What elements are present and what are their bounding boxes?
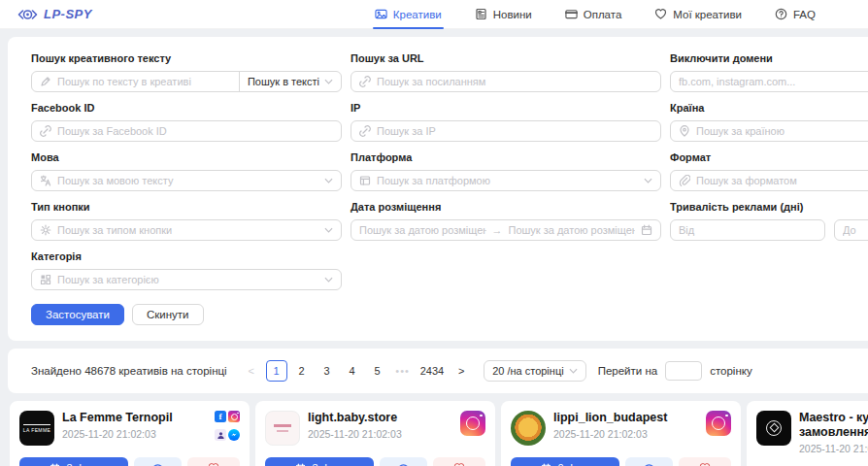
page-size-select[interactable]: 20 /на сторінці bbox=[484, 360, 586, 382]
filter-duration: Тривалість реклами (дні) bbox=[670, 201, 868, 241]
field-label: Facebook ID bbox=[31, 102, 342, 115]
calendar-icon bbox=[641, 224, 652, 236]
ip-input[interactable] bbox=[377, 125, 652, 137]
arrow-right-icon: → bbox=[492, 224, 503, 236]
field-label: Пошук за URL bbox=[351, 52, 661, 65]
chevron-down-icon bbox=[569, 368, 578, 374]
platform-select[interactable] bbox=[351, 170, 661, 191]
duration-to-input[interactable] bbox=[843, 224, 868, 236]
days-button[interactable]: 3 days bbox=[265, 457, 374, 466]
heart-icon bbox=[208, 462, 219, 466]
country-input[interactable] bbox=[696, 125, 868, 137]
calendar-icon bbox=[50, 463, 60, 466]
page-button-last[interactable]: 2434 bbox=[417, 360, 447, 382]
goto-prefix: Перейти на bbox=[598, 365, 658, 377]
days-button[interactable]: 0 days bbox=[511, 457, 619, 466]
creative-card: Maestro - кухні, меблі на замовлення в У… bbox=[747, 401, 868, 466]
field-label: Платформа bbox=[351, 151, 661, 164]
nav-creatives[interactable]: Креативи bbox=[375, 0, 442, 29]
days-label: 3 days bbox=[312, 462, 343, 466]
page-button-3[interactable]: 3 bbox=[317, 360, 338, 382]
button-type-select[interactable] bbox=[31, 219, 342, 241]
date-range-picker[interactable]: → bbox=[351, 219, 661, 241]
field-label: Виключити домени bbox=[670, 52, 868, 65]
language-select[interactable] bbox=[31, 170, 342, 191]
platform-input[interactable] bbox=[377, 175, 638, 186]
favorite-button[interactable] bbox=[187, 457, 240, 466]
days-button[interactable]: 3 days bbox=[19, 457, 128, 466]
eye-icon bbox=[151, 462, 164, 466]
card-title[interactable]: lippi_lion_budapest bbox=[553, 411, 698, 425]
calendar-icon bbox=[541, 463, 551, 466]
favorite-button[interactable] bbox=[433, 457, 485, 466]
heart-icon bbox=[654, 8, 667, 20]
eye-icon bbox=[643, 462, 655, 466]
url-input[interactable] bbox=[377, 76, 652, 87]
nav-label: FAQ bbox=[793, 9, 816, 20]
field-label: Тип кнопки bbox=[31, 201, 342, 214]
duration-from-input[interactable] bbox=[679, 224, 817, 236]
nav-payment[interactable]: Оплата bbox=[565, 0, 622, 29]
button-type-input[interactable] bbox=[57, 224, 318, 236]
card-title[interactable]: La Femme Ternopil bbox=[62, 411, 207, 425]
nav-news[interactable]: Новини bbox=[475, 0, 532, 29]
creative-text-input[interactable] bbox=[57, 76, 231, 87]
instagram-icon bbox=[460, 411, 485, 436]
filter-panel: Пошук креативного тексту Пошук в тексті … bbox=[8, 37, 868, 341]
instagram-icon bbox=[706, 411, 731, 436]
card-date: 2025-11-20 21:02:03 bbox=[308, 428, 452, 440]
card-title[interactable]: Maestro - кухні, меблі на замовлення в У… bbox=[799, 411, 868, 440]
nav-my-creatives[interactable]: Мої креативи bbox=[654, 0, 742, 29]
chevron-down-icon bbox=[324, 277, 333, 283]
avatar bbox=[265, 411, 300, 446]
next-page-button[interactable]: > bbox=[451, 360, 472, 382]
filter-platform: Платформа bbox=[351, 151, 661, 191]
creative-card: lippi_lion_budapest 2025-11-20 21:02:03 … bbox=[501, 401, 741, 466]
view-button[interactable] bbox=[625, 457, 673, 466]
format-select[interactable] bbox=[670, 170, 868, 191]
card-title[interactable]: light.baby.store bbox=[308, 411, 452, 425]
chevron-down-icon bbox=[644, 178, 652, 183]
text-search-mode-select[interactable]: Пошук в тексті bbox=[239, 72, 341, 91]
paperclip-icon bbox=[679, 175, 690, 186]
date-to-input[interactable] bbox=[509, 224, 636, 236]
page-button-1[interactable]: 1 bbox=[266, 360, 287, 382]
card-date: 2025-11-20 21:02:03 bbox=[553, 428, 698, 440]
favorite-button[interactable] bbox=[679, 457, 731, 466]
page-button-4[interactable]: 4 bbox=[342, 360, 363, 382]
language-input[interactable] bbox=[57, 175, 318, 186]
category-input[interactable] bbox=[57, 274, 318, 285]
reset-button[interactable]: Скинути bbox=[132, 304, 204, 325]
filter-button-type: Тип кнопки bbox=[31, 201, 342, 241]
chevron-down-icon bbox=[324, 178, 333, 183]
page-button-2[interactable]: 2 bbox=[291, 360, 313, 382]
grid-icon bbox=[40, 274, 51, 285]
card-date: 2025-11-20 21:02:03 bbox=[62, 428, 207, 440]
prev-page-button[interactable]: < bbox=[241, 360, 262, 382]
field-label: Тривалість реклами (дні) bbox=[670, 201, 868, 214]
date-from-input[interactable] bbox=[359, 224, 486, 236]
filter-date-range: Дата розміщення → bbox=[351, 201, 661, 241]
creative-card: LA FEMME La Femme Ternopil 2025-11-20 21… bbox=[10, 401, 250, 466]
page-button-5[interactable]: 5 bbox=[367, 360, 388, 382]
nav-faq[interactable]: FAQ bbox=[775, 0, 816, 29]
goto-page-input[interactable] bbox=[665, 361, 702, 381]
eye-icon bbox=[397, 462, 410, 466]
goto-suffix: сторінку bbox=[710, 365, 752, 377]
instagram-icon bbox=[228, 411, 240, 422]
pages-ellipsis[interactable]: ••• bbox=[392, 360, 414, 382]
view-button[interactable] bbox=[134, 457, 182, 466]
logo[interactable]: LP-SPY bbox=[17, 7, 92, 21]
format-input[interactable] bbox=[696, 175, 868, 186]
view-button[interactable] bbox=[380, 457, 427, 466]
field-label: Мова bbox=[31, 151, 342, 164]
apply-button[interactable]: Застосувати bbox=[31, 304, 124, 325]
filter-url: Пошук за URL bbox=[351, 52, 661, 92]
network-icons bbox=[706, 411, 731, 446]
person-icon bbox=[215, 429, 226, 441]
facebook-id-input[interactable] bbox=[57, 125, 333, 137]
exclude-domains-input[interactable] bbox=[679, 76, 868, 87]
chevron-down-icon bbox=[324, 79, 333, 84]
picture-icon bbox=[375, 8, 387, 20]
category-select[interactable] bbox=[31, 269, 342, 290]
